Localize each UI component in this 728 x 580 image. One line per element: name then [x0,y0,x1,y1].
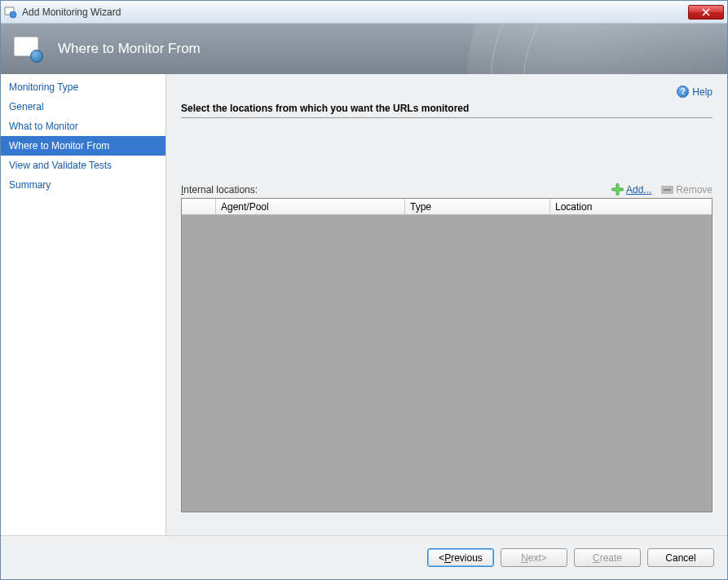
locations-grid[interactable]: Agent/Pool Type Location [181,198,713,512]
close-button[interactable] [688,5,724,20]
main-panel: ? Help Select the locations from which y… [166,74,727,535]
list-actions: Add... Remove [611,183,713,196]
sidebar-item-where-to-monitor-from[interactable]: Where to Monitor From [1,136,165,156]
help-link[interactable]: ? Help [677,86,713,98]
help-label: Help [692,86,713,98]
help-row: ? Help [181,86,713,98]
create-button: Create [574,548,641,567]
banner-title: Where to Monitor From [58,41,201,57]
column-type[interactable]: Type [405,199,550,214]
banner-decoration [466,24,727,74]
help-icon: ? [677,86,689,98]
body: Monitoring Type General What to Monitor … [1,74,727,535]
column-checkbox[interactable] [182,199,216,214]
minus-icon [661,186,673,194]
sidebar-item-what-to-monitor[interactable]: What to Monitor [1,116,165,136]
add-label: Add... [626,184,651,196]
remove-button: Remove [661,184,713,196]
sidebar: Monitoring Type General What to Monitor … [1,74,166,535]
previous-button[interactable]: < Previous [427,548,494,567]
sidebar-item-summary[interactable]: Summary [1,175,165,195]
app-icon [4,6,17,19]
close-icon [702,8,710,16]
sidebar-item-general[interactable]: General [1,97,165,116]
window-title: Add Monitoring Wizard [22,7,688,18]
banner-icon [14,37,43,61]
sidebar-item-monitoring-type[interactable]: Monitoring Type [1,77,165,97]
add-button[interactable]: Add... [611,183,651,196]
plus-icon [611,183,624,196]
list-header-row: Internal locations: Add... Remove [181,183,713,196]
sidebar-item-view-validate-tests[interactable]: View and Validate Tests [1,156,165,175]
wizard-window: Add Monitoring Wizard Where to Monitor F… [0,0,728,580]
titlebar: Add Monitoring Wizard [1,1,727,24]
remove-label: Remove [676,184,713,196]
instruction-text: Select the locations from which you want… [181,103,713,118]
svg-point-1 [10,11,16,18]
internal-locations-label: Internal locations: [181,184,258,196]
grid-body [182,215,712,512]
footer: < Previous Next > Create Cancel [1,535,727,579]
column-agent[interactable]: Agent/Pool [216,199,405,214]
cancel-button[interactable]: Cancel [647,548,714,567]
column-location[interactable]: Location [550,199,712,214]
next-button: Next > [501,548,567,567]
banner: Where to Monitor From [1,24,727,74]
grid-header: Agent/Pool Type Location [182,199,712,215]
